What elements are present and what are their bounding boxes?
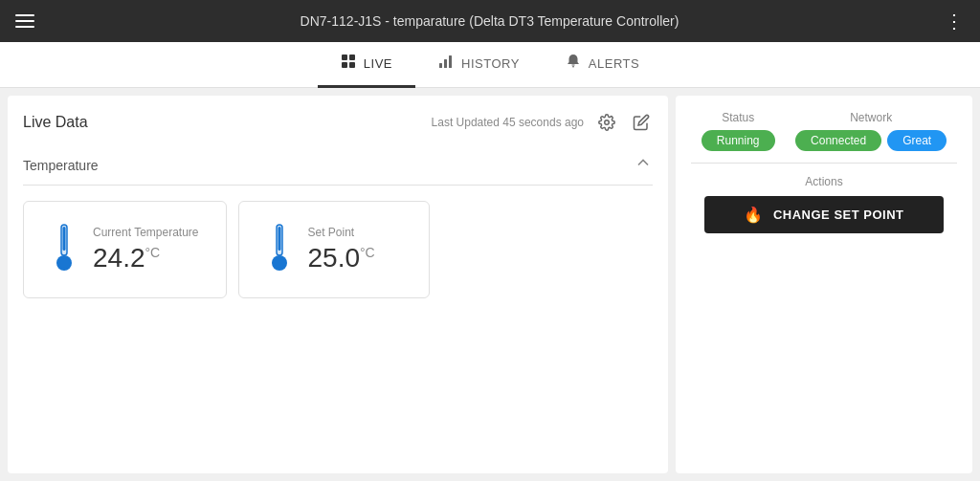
live-data-meta: Last Updated 45 seconds ago xyxy=(432,111,653,134)
history-tab-icon xyxy=(438,54,454,73)
running-badge: Running xyxy=(702,130,775,151)
live-tab-icon xyxy=(341,54,356,73)
svg-rect-5 xyxy=(444,59,447,68)
temperature-section-header: Temperature xyxy=(23,145,653,186)
tab-live-label: LIVE xyxy=(364,56,392,71)
current-temp-value: 24.2°C xyxy=(93,243,199,273)
tab-history[interactable]: HISTORY xyxy=(415,42,543,88)
set-point-thermometer-icon xyxy=(266,221,293,278)
set-point-value: 25.0°C xyxy=(308,243,375,273)
change-set-point-label: CHANGE SET POINT xyxy=(773,208,904,222)
svg-rect-0 xyxy=(342,55,347,60)
network-column: Network Connected Great xyxy=(795,111,947,151)
svg-rect-6 xyxy=(449,55,452,68)
tab-bar: LIVE HISTORY ALERTS xyxy=(0,42,980,88)
live-data-title: Live Data xyxy=(23,114,88,131)
current-temp-thermometer-icon xyxy=(51,221,78,278)
section-title: Temperature xyxy=(23,158,99,173)
right-panel: Status Running Network Connected Great A… xyxy=(676,96,972,473)
status-network-row: Status Running Network Connected Great xyxy=(691,111,957,151)
divider xyxy=(691,163,957,164)
svg-rect-15 xyxy=(278,227,280,251)
left-panel: Live Data Last Updated 45 seconds ago xyxy=(8,96,668,473)
more-options-icon[interactable]: ⋮ xyxy=(945,10,965,33)
svg-rect-1 xyxy=(349,55,355,60)
header-bar: DN7-112-J1S - temparature (Delta DT3 Tem… xyxy=(0,0,980,42)
hamburger-menu-icon[interactable] xyxy=(15,14,34,28)
svg-rect-8 xyxy=(572,66,574,68)
svg-rect-7 xyxy=(571,65,574,66)
status-label: Status xyxy=(722,111,754,124)
network-label: Network xyxy=(850,111,892,124)
data-cards: Current Temperature 24.2°C xyxy=(23,201,653,298)
tab-history-label: HISTORY xyxy=(461,56,520,71)
current-temp-info: Current Temperature 24.2°C xyxy=(93,226,199,273)
edit-icon[interactable] xyxy=(630,111,653,134)
chevron-up-icon[interactable] xyxy=(634,153,653,177)
change-set-point-button[interactable]: 🔥 CHANGE SET POINT xyxy=(704,196,944,233)
svg-rect-4 xyxy=(439,63,442,68)
connected-badge: Connected xyxy=(795,130,881,151)
actions-section: Actions 🔥 CHANGE SET POINT xyxy=(691,175,957,233)
great-badge: Great xyxy=(887,130,947,151)
alerts-tab-icon xyxy=(566,54,581,73)
svg-rect-11 xyxy=(63,227,66,251)
svg-point-9 xyxy=(605,120,610,125)
svg-rect-3 xyxy=(349,62,355,68)
live-data-header: Live Data Last Updated 45 seconds ago xyxy=(23,111,653,134)
svg-rect-2 xyxy=(342,62,347,68)
status-column: Status Running xyxy=(702,111,775,151)
tab-alerts[interactable]: ALERTS xyxy=(543,42,662,88)
set-point-label: Set Point xyxy=(308,226,375,239)
actions-label: Actions xyxy=(805,175,842,188)
set-point-info: Set Point 25.0°C xyxy=(308,226,375,273)
current-temp-card: Current Temperature 24.2°C xyxy=(23,201,227,298)
main-layout: Live Data Last Updated 45 seconds ago xyxy=(0,88,980,481)
page-title: DN7-112-J1S - temparature (Delta DT3 Tem… xyxy=(34,13,945,29)
current-temp-label: Current Temperature xyxy=(93,226,199,239)
tab-live[interactable]: LIVE xyxy=(318,42,415,88)
flame-icon: 🔥 xyxy=(744,206,764,224)
last-updated-text: Last Updated 45 seconds ago xyxy=(432,116,584,129)
settings-icon[interactable] xyxy=(595,111,618,134)
set-point-card: Set Point 25.0°C xyxy=(238,201,430,298)
svg-point-13 xyxy=(59,258,69,268)
tab-alerts-label: ALERTS xyxy=(589,56,639,71)
svg-point-17 xyxy=(275,258,284,268)
